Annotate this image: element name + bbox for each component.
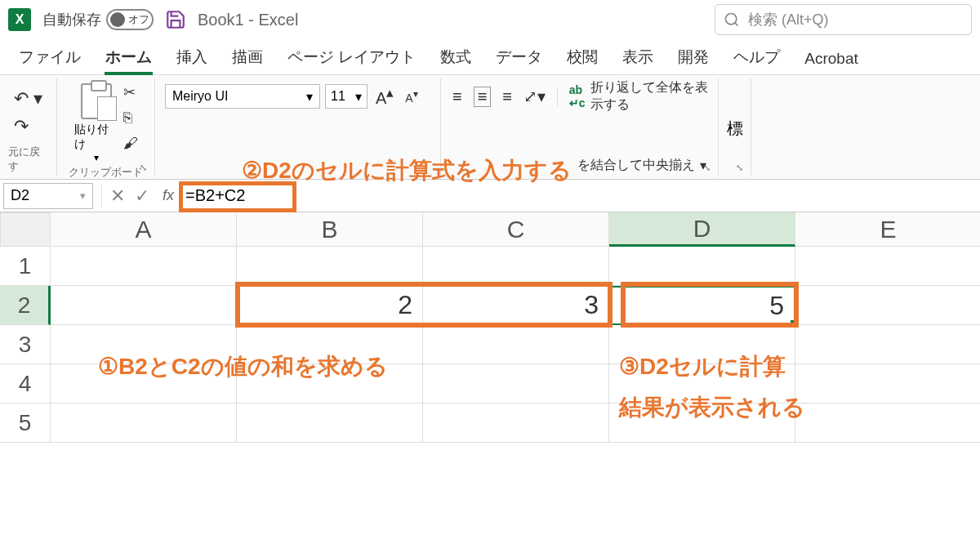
cell-e5[interactable] — [795, 404, 980, 443]
style-launcher-icon[interactable]: ⤡ — [736, 163, 747, 174]
cell-e1[interactable] — [795, 247, 980, 286]
cell-d4[interactable] — [609, 364, 795, 404]
orientation-button[interactable]: ⤢▾ — [523, 87, 546, 106]
style-group: 標 ⤡ — [719, 78, 751, 176]
paste-button[interactable]: 貼り付け ▾ — [74, 83, 118, 163]
cell-b3[interactable] — [237, 325, 423, 364]
tab-file[interactable]: ファイル — [7, 42, 93, 74]
merge-center-button[interactable]: を結合して中央揃え ▾ — [449, 157, 710, 174]
cell-c2[interactable]: 3 — [423, 286, 609, 325]
merge-label: を結合して中央揃え — [577, 157, 695, 174]
cell-b1[interactable] — [237, 247, 423, 286]
cell-b5[interactable] — [237, 404, 423, 443]
font-size-select[interactable]: 11 ▾ — [325, 84, 368, 109]
enter-formula-button[interactable]: ✓ — [130, 185, 154, 207]
cell-e2[interactable] — [795, 286, 980, 325]
cut-button[interactable]: ✂ — [123, 83, 138, 101]
cell-a1[interactable] — [51, 247, 237, 286]
cell-c5[interactable] — [423, 404, 609, 443]
row-header-column: 1 2 3 4 5 — [0, 212, 51, 443]
clipboard-group-label: クリップボード — [69, 165, 143, 180]
col-header-d[interactable]: D — [609, 212, 795, 247]
tab-data[interactable]: データ — [483, 42, 555, 74]
tab-home[interactable]: ホーム — [93, 42, 164, 74]
tab-draw[interactable]: 描画 — [220, 42, 275, 74]
font-name-select[interactable]: Meiryo UI ▾ — [165, 84, 320, 109]
align-middle-button[interactable]: ≡ — [474, 87, 492, 107]
tab-acrobat[interactable]: Acrobat — [792, 45, 870, 74]
cell-d1[interactable] — [609, 247, 795, 286]
undo-group-label: 元に戻す — [8, 145, 48, 174]
select-all-corner[interactable] — [0, 212, 51, 247]
row-header-1[interactable]: 1 — [0, 247, 51, 286]
tab-formulas[interactable]: 数式 — [428, 42, 483, 74]
cell-a5[interactable] — [51, 404, 237, 443]
cell-a3[interactable] — [51, 325, 237, 364]
fx-icon[interactable]: fx — [154, 187, 182, 204]
cell-b2[interactable]: 2 — [237, 286, 423, 325]
clipboard-icon — [81, 83, 112, 119]
tab-page-layout[interactable]: ページ レイアウト — [275, 42, 428, 74]
document-title: Book1 - Excel — [198, 11, 298, 29]
cell-a2[interactable] — [51, 286, 237, 325]
tab-insert[interactable]: 挿入 — [164, 42, 220, 74]
col-header-b[interactable]: B — [237, 212, 423, 247]
col-header-e[interactable]: E — [795, 212, 980, 247]
align-bottom-button[interactable]: ≡ — [502, 87, 512, 106]
cell-a4[interactable] — [51, 364, 237, 404]
cell-b4[interactable] — [237, 364, 423, 404]
style-text: 標 — [727, 118, 743, 140]
undo-group: ↶ ▾ ↷ 元に戻す — [0, 78, 57, 176]
cell-d5[interactable] — [609, 404, 795, 443]
cell-e4[interactable] — [795, 364, 980, 404]
row-header-2[interactable]: 2 — [0, 286, 51, 325]
alignment-group: ≡ ≡ ≡ ⤢▾ ab↵c 折り返して全体を表示する を結合して中央揃え ▾ ⤡ — [441, 78, 719, 176]
row-header-3[interactable]: 3 — [0, 325, 51, 364]
paste-label: 貼り付け — [74, 123, 118, 152]
formula-bar: D2 ▾ ✕ ✓ fx =B2+C2 — [0, 180, 980, 212]
increase-font-button[interactable]: A▴ — [372, 83, 397, 109]
excel-letter: X — [16, 12, 24, 27]
cell-d3[interactable] — [609, 325, 795, 364]
formula-input[interactable]: =B2+C2 — [182, 186, 980, 205]
cell-c1[interactable] — [423, 247, 609, 286]
tab-view[interactable]: 表示 — [610, 42, 666, 74]
chevron-down-icon: ▾ — [306, 89, 313, 105]
clipboard-launcher-icon[interactable]: ⤡ — [140, 163, 151, 174]
undo-button[interactable]: ↶ ▾ — [14, 88, 42, 109]
cell-c3[interactable] — [423, 325, 609, 364]
autosave-label: 自動保存 — [42, 10, 101, 29]
font-group: Meiryo UI ▾ 11 ▾ A▴ A▾ — [155, 78, 441, 176]
ribbon: ↶ ▾ ↷ 元に戻す 貼り付け ▾ ✂ ⎘ 🖌 クリップボード ⤡ Meiryo… — [0, 75, 980, 180]
toggle-knob — [110, 12, 125, 27]
redo-button[interactable]: ↷ — [14, 116, 42, 137]
decrease-font-button[interactable]: A▾ — [402, 87, 421, 106]
format-painter-button[interactable]: 🖌 — [123, 135, 138, 152]
tab-review[interactable]: 校閲 — [555, 42, 610, 74]
wrap-text-icon: ab↵c — [569, 83, 586, 109]
tab-help[interactable]: ヘルプ — [721, 42, 792, 74]
row-header-5[interactable]: 5 — [0, 404, 51, 443]
search-input[interactable]: 検索 (Alt+Q) — [715, 4, 972, 35]
clipboard-group: 貼り付け ▾ ✂ ⎘ 🖌 クリップボード ⤡ — [57, 78, 155, 176]
align-top-button[interactable]: ≡ — [452, 87, 462, 106]
col-header-c[interactable]: C — [423, 212, 609, 247]
font-size-value: 11 — [331, 89, 345, 104]
name-box-value: D2 — [11, 187, 29, 204]
paste-dropdown-icon[interactable]: ▾ — [94, 152, 99, 163]
name-box[interactable]: D2 ▾ — [3, 183, 93, 209]
cell-c4[interactable] — [423, 364, 609, 404]
cell-d2[interactable]: 5 — [609, 286, 795, 325]
autosave-toggle[interactable]: オフ — [106, 9, 154, 30]
cell-e3[interactable] — [795, 325, 980, 364]
wrap-text-button[interactable]: ab↵c 折り返して全体を表示する — [569, 79, 710, 114]
tab-developer[interactable]: 開発 — [666, 42, 721, 74]
copy-button[interactable]: ⎘ — [123, 109, 138, 127]
col-header-a[interactable]: A — [51, 212, 237, 247]
row-header-4[interactable]: 4 — [0, 364, 51, 404]
alignment-launcher-icon[interactable]: ⤡ — [703, 163, 715, 174]
svg-point-0 — [726, 14, 737, 25]
save-icon[interactable] — [165, 9, 186, 30]
cancel-formula-button[interactable]: ✕ — [105, 185, 130, 207]
excel-app-icon: X — [8, 8, 31, 31]
